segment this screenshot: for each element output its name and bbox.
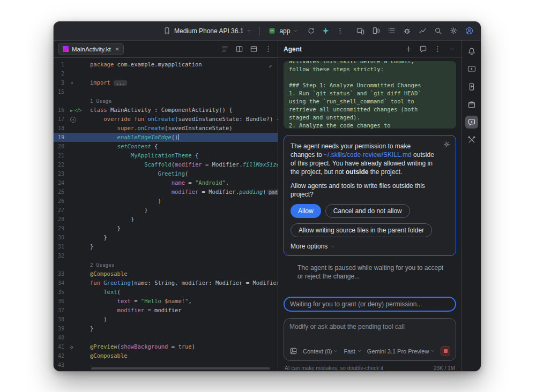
search-icon[interactable]: [434, 27, 442, 35]
usages-hint[interactable]: 1 Usage: [90, 98, 111, 104]
code-line[interactable]: 26 ): [54, 197, 278, 206]
code-line[interactable]: 15: [54, 87, 278, 96]
run-config-selector[interactable]: app: [264, 25, 302, 36]
skill-file-link[interactable]: ~/.skills/code-review/SKILL.md: [324, 151, 412, 159]
code-line[interactable]: 1package com.example.myapplication: [54, 60, 278, 69]
structure-icon[interactable]: [221, 45, 229, 53]
chat-history-icon[interactable]: [419, 45, 427, 53]
permission-wait-field[interactable]: Waiting for you to grant (or deny) permi…: [284, 297, 456, 312]
wait-field-text: Waiting for you to grant (or deny) permi…: [290, 300, 422, 308]
attach-image-icon[interactable]: [289, 347, 297, 355]
code-line[interactable]: 33@Composable: [54, 269, 278, 278]
code-line[interactable]: 30 }: [54, 233, 278, 242]
editor-tab-bar: MainActivity.kt ×: [54, 41, 278, 58]
tool-window-build-tools[interactable]: [465, 133, 478, 146]
allow-button[interactable]: Allow: [291, 204, 321, 218]
horizontal-scrollbar[interactable]: [91, 367, 270, 370]
tool-window-running-devices[interactable]: [465, 63, 478, 76]
usages-hint[interactable]: 2 Usages: [90, 262, 115, 268]
mirror-device-icon[interactable]: [356, 27, 364, 35]
code-editor[interactable]: 1package com.example.myapplication23›imp…: [54, 58, 278, 371]
code-line[interactable]: 25 modifier = Modifier.padding(paddingVa…: [54, 187, 278, 197]
agent-code-block[interactable]: activates this skill before a commit, fo…: [284, 61, 456, 129]
more-options-button[interactable]: More options: [291, 243, 449, 250]
agent-paused-text: The agent is paused while waiting for yo…: [297, 263, 448, 281]
tool-window-notifications[interactable]: [465, 45, 478, 58]
plus-icon[interactable]: [405, 45, 413, 53]
allow-parent-folder-button[interactable]: Allow writing source files in the parent…: [291, 223, 432, 237]
code-area: 1package com.example.myapplication23›imp…: [54, 60, 278, 370]
fold-gutter-icon[interactable]: ›: [70, 78, 74, 87]
code-line[interactable]: 22 Scaffold(modifier = Modifier.fillMaxS…: [54, 160, 278, 169]
device-selector[interactable]: Medium Phone API 36.1: [159, 25, 255, 36]
code-line[interactable]: 23 Greeting(: [54, 169, 278, 178]
more-icon[interactable]: [434, 45, 442, 53]
hide-icon[interactable]: [448, 45, 456, 53]
code-line[interactable]: 35 Text(: [54, 288, 278, 297]
permission-message: The agent needs your permission to make …: [291, 142, 436, 176]
code-line[interactable]: 36 text = "Hello $name!",: [54, 297, 278, 306]
speed-selector[interactable]: Fast: [344, 348, 361, 355]
tool-window-resource-manager[interactable]: [465, 98, 478, 111]
editor-pane: MainActivity.kt × 1package com.example.m…: [54, 41, 278, 371]
code-line[interactable]: 20 setContent {: [54, 142, 278, 151]
context-selector[interactable]: Context (0): [303, 348, 338, 355]
code-line[interactable]: 37 modifier = modifier: [54, 306, 278, 315]
close-tab-icon[interactable]: ×: [115, 46, 120, 52]
android-studio-window: Medium Phone API 36.1 app MainActivity.k…: [54, 21, 481, 371]
code-line[interactable]: 38 ): [54, 315, 278, 324]
code-line[interactable]: 39}: [54, 324, 278, 333]
tab-mainactivity[interactable]: MainActivity.kt ×: [58, 43, 124, 55]
chevron-down-icon: [293, 28, 298, 33]
more-icon[interactable]: [264, 45, 272, 53]
code-line[interactable]: 3›import ...: [54, 78, 278, 87]
gemini-spark-icon[interactable]: [322, 27, 330, 35]
override-gutter-icon[interactable]: ↑: [70, 115, 76, 124]
dialog-settings-icon[interactable]: [443, 141, 450, 148]
code-line[interactable]: 29 }: [54, 224, 278, 233]
code-line[interactable]: 19 enableEdgeToEdge(): [54, 133, 278, 142]
tool-window-device-manager[interactable]: [465, 80, 478, 93]
sync-icon[interactable]: [307, 27, 315, 35]
chevron-down-icon: [247, 28, 251, 33]
code-line[interactable]: 16▶</>class MainActivity : ComponentActi…: [54, 105, 278, 115]
more-icon[interactable]: [336, 27, 344, 35]
preview-gutter-icon[interactable]: ◇: [70, 342, 73, 352]
code-line[interactable]: 28 }: [54, 215, 278, 224]
code-line[interactable]: 40: [54, 333, 278, 342]
code-line[interactable]: 27 }: [54, 206, 278, 215]
run-gutter-icon[interactable]: ▶: [70, 105, 73, 115]
code-line[interactable]: 31}: [54, 242, 278, 251]
chevron-down-icon: [430, 349, 435, 353]
pair-device-icon[interactable]: [372, 27, 380, 35]
cancel-button[interactable]: Cancel and do not allow: [325, 204, 410, 218]
prompt-input-box[interactable]: Modify or ask about the pending tool cal…: [284, 318, 456, 361]
columns-icon[interactable]: [235, 45, 243, 53]
code-line[interactable]: 34fun Greeting(name: String, modifier: M…: [54, 278, 278, 288]
codetag-gutter-icon[interactable]: </>: [75, 105, 81, 115]
code-line[interactable]: 41◇@Preview(showBackground = true): [54, 342, 278, 351]
usages-hint-row[interactable]: 2 Usages: [54, 260, 278, 269]
profile-icon[interactable]: [465, 27, 473, 35]
code-line[interactable]: 24 name = "Android",: [54, 178, 278, 187]
code-line[interactable]: 2: [54, 69, 278, 78]
task-list-icon[interactable]: [388, 27, 396, 35]
main-toolbar: Medium Phone API 36.1 app: [54, 21, 481, 41]
toolbar-right-actions: [356, 27, 473, 35]
profiler-icon[interactable]: [419, 27, 427, 35]
agent-header-icons: [405, 45, 456, 53]
chevron-down-icon: [357, 349, 362, 353]
code-line[interactable]: 18 super.onCreate(savedInstanceState): [54, 124, 278, 133]
usages-hint-row[interactable]: 1 Usage: [54, 96, 278, 105]
code-line[interactable]: 21 MyApplicationTheme {: [54, 151, 278, 160]
code-line[interactable]: 32: [54, 251, 278, 260]
settings-icon[interactable]: [450, 27, 458, 35]
tool-window-agent-chat[interactable]: [465, 116, 478, 129]
code-line[interactable]: 42@Composable: [54, 351, 278, 360]
debug-bug-icon[interactable]: [403, 27, 411, 35]
code-line[interactable]: 17↑ override fun onCreate(savedInstanceS…: [54, 115, 278, 124]
stop-button[interactable]: [441, 346, 450, 356]
model-selector[interactable]: Gemini 3.1 Pro Preview: [367, 348, 436, 355]
inspection-check-icon[interactable]: ✓: [269, 62, 272, 71]
preview-layout-icon[interactable]: [250, 45, 258, 53]
